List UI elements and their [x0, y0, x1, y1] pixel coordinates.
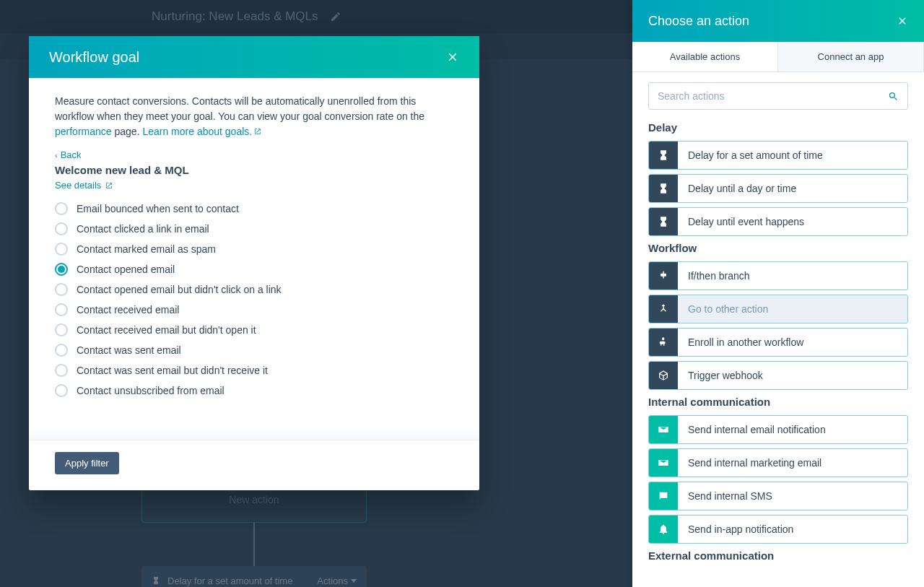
radio-option[interactable]: Contact opened email	[55, 263, 453, 276]
action-delay-amount[interactable]: Delay for a set amount of time	[648, 141, 908, 170]
radio-label: Contact opened email but didn't click on…	[77, 284, 282, 295]
radio-label: Contact opened email	[77, 264, 175, 275]
modal-description: Measure contact conversions. Contacts wi…	[55, 94, 453, 139]
radio-button[interactable]	[55, 263, 68, 276]
modal-title: Workflow goal	[49, 49, 139, 66]
section-external: External communication	[648, 549, 908, 562]
see-details-link[interactable]: See details	[55, 180, 113, 191]
search-actions-wrap[interactable]	[648, 82, 908, 110]
actions-panel: Choose an action Available actions Conne…	[632, 0, 924, 587]
radio-button[interactable]	[55, 243, 68, 256]
radio-button[interactable]	[55, 364, 68, 377]
section-internal: Internal communication	[648, 396, 908, 408]
merge-icon	[658, 303, 669, 315]
hourglass-icon	[658, 183, 669, 194]
bell-icon	[658, 523, 669, 535]
radio-option[interactable]: Contact was sent email but didn't receiv…	[55, 364, 453, 377]
radio-option[interactable]: Contact clicked a link in email	[55, 222, 453, 235]
workflow-goal-modal: Workflow goal Measure contact conversion…	[29, 36, 479, 490]
radio-label: Contact clicked a link in email	[77, 223, 209, 235]
radio-button[interactable]	[55, 283, 68, 296]
radio-button[interactable]	[55, 303, 68, 316]
external-link-icon	[254, 128, 261, 135]
action-internal-email[interactable]: Send internal email notification	[648, 415, 908, 444]
apply-filter-button[interactable]: Apply filter	[55, 452, 119, 474]
back-link[interactable]: ‹ Back	[55, 149, 453, 160]
close-icon[interactable]	[897, 15, 908, 27]
radio-label: Contact unsubscribed from email	[77, 385, 225, 396]
radio-option[interactable]: Contact received email but didn't open i…	[55, 323, 453, 336]
chat-icon	[658, 490, 669, 502]
radio-label: Contact marked email as spam	[77, 243, 216, 255]
search-icon[interactable]	[888, 91, 899, 102]
radio-option[interactable]: Contact received email	[55, 303, 453, 316]
chevron-left-icon: ‹	[55, 151, 58, 160]
hourglass-icon	[658, 149, 669, 161]
close-icon[interactable]	[446, 51, 459, 64]
radio-option[interactable]: Contact was sent email	[55, 344, 453, 357]
radio-option[interactable]: Contact marked email as spam	[55, 243, 453, 256]
external-link-icon	[105, 182, 113, 189]
branch-icon	[658, 270, 669, 282]
radio-label: Contact was sent email but didn't receiv…	[77, 365, 268, 376]
cube-icon	[658, 370, 669, 381]
action-delay-event[interactable]: Delay until event happens	[648, 207, 908, 236]
radio-label: Contact was sent email	[77, 344, 181, 356]
envelope-icon	[658, 457, 669, 469]
action-internal-marketing[interactable]: Send internal marketing email	[648, 448, 908, 477]
radio-label: Contact received email	[77, 304, 179, 316]
radio-option[interactable]: Email bounced when sent to contact	[55, 202, 453, 215]
radio-option[interactable]: Contact opened email but didn't click on…	[55, 283, 453, 296]
action-webhook[interactable]: Trigger webhook	[648, 361, 908, 390]
action-enroll[interactable]: Enroll in another workflow	[648, 328, 908, 357]
radio-button[interactable]	[55, 222, 68, 235]
performance-link[interactable]: performance	[55, 126, 112, 137]
filter-title: Welcome new lead & MQL	[55, 164, 453, 176]
hourglass-icon	[658, 216, 669, 227]
envelope-icon	[658, 424, 669, 435]
radio-button[interactable]	[55, 202, 68, 215]
radio-button[interactable]	[55, 323, 68, 336]
radio-option[interactable]: Contact unsubscribed from email	[55, 384, 453, 397]
tab-available-actions[interactable]: Available actions	[632, 42, 778, 71]
action-inapp-notification[interactable]: Send in-app notification	[648, 515, 908, 544]
workflow-icon	[658, 336, 669, 348]
radio-button[interactable]	[55, 344, 68, 357]
section-delay: Delay	[648, 121, 908, 134]
action-if-then[interactable]: If/then branch	[648, 261, 908, 290]
scroll-shadow	[29, 426, 479, 440]
actions-panel-title: Choose an action	[648, 14, 749, 29]
learn-more-link[interactable]: Learn more about goals.	[142, 126, 261, 137]
action-internal-sms[interactable]: Send internal SMS	[648, 482, 908, 510]
search-input[interactable]	[658, 90, 888, 102]
radio-button[interactable]	[55, 384, 68, 397]
tab-connect-app[interactable]: Connect an app	[778, 42, 924, 71]
section-workflow: Workflow	[648, 242, 908, 254]
action-delay-day[interactable]: Delay until a day or time	[648, 174, 908, 203]
action-goto[interactable]: Go to other action	[648, 295, 908, 323]
radio-label: Email bounced when sent to contact	[77, 203, 239, 214]
radio-label: Contact received email but didn't open i…	[77, 324, 256, 336]
